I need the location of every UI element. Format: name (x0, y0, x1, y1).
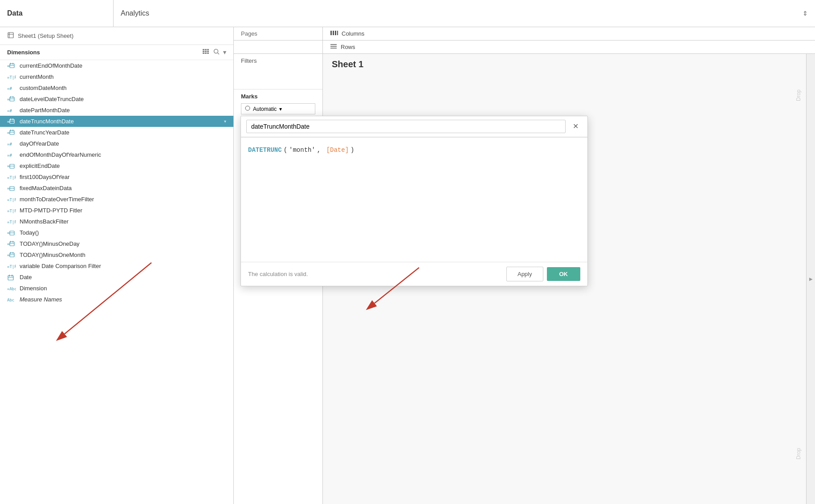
calc-close-button[interactable]: ✕ (569, 121, 582, 132)
calc-editor-area[interactable]: DATETRUNC ( 'month' , [Date] ) (241, 138, 587, 262)
ok-button[interactable]: OK (547, 267, 581, 281)
apply-button[interactable]: Apply (506, 267, 543, 281)
main-content: Sheet1 (Setup Sheet) Dimensions (0, 27, 815, 504)
app-container: Data Analytics ⇕ Sheet1 (Setup Sheet) (0, 0, 815, 504)
calc-dialog-header: ✕ (241, 116, 587, 137)
func-close-paren: ) (350, 145, 354, 156)
calc-name-input[interactable] (246, 120, 566, 133)
close-icon: ✕ (573, 122, 579, 130)
func-arg2: [Date] (326, 145, 349, 156)
calc-formula: DATETRUNC ( 'month' , [Date] ) (248, 145, 580, 156)
func-open-paren: ( (284, 145, 287, 156)
func-arg1: 'month' (289, 145, 315, 156)
modal-overlay: ✕ DATETRUNC ( 'month' , [Date] ) (0, 27, 815, 504)
calc-dialog: ✕ DATETRUNC ( 'month' , [Date] ) (240, 116, 588, 286)
bottom-arrow-annotation (0, 258, 240, 361)
calc-dialog-footer: The calculation is valid. Apply OK (241, 262, 587, 286)
func-name: DATETRUNC (248, 145, 282, 156)
func-comma: , (317, 145, 325, 156)
calc-valid-message: The calculation is valid. (248, 271, 503, 277)
